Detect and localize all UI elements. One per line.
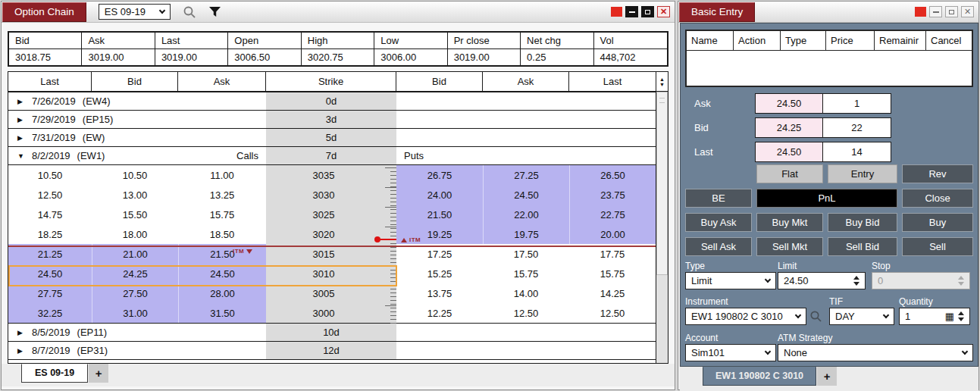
tif-select[interactable]: DAY — [829, 308, 894, 325]
buy-market-button[interactable]: Buy Mkt — [756, 213, 823, 232]
quantity-stepper[interactable]: 1 ▦ — [899, 308, 970, 325]
tab-ew1-190802-c-3010[interactable]: EW1 190802 C 3010 — [703, 367, 816, 386]
breakeven-button[interactable]: BE — [685, 189, 752, 208]
put-ask-cell[interactable]: 12.50 — [483, 303, 569, 323]
put-last-cell[interactable]: 26.50 — [569, 165, 656, 185]
expand-collapsed-icon[interactable]: ▶ — [17, 116, 25, 124]
expand-open-icon[interactable]: ▼ — [17, 152, 25, 160]
call-bid-cell[interactable]: 24.25 — [92, 264, 178, 283]
put-ask-cell[interactable]: 27.25 — [483, 165, 569, 185]
maximize-button[interactable] — [641, 6, 654, 17]
strike-cell[interactable]: 3030 — [266, 185, 381, 205]
put-bid-cell[interactable]: 12.25 — [396, 303, 483, 323]
limit-price-stepper[interactable]: 24.50 — [778, 272, 866, 289]
put-bid-cell[interactable]: 13.75 — [396, 283, 483, 303]
call-ask-cell[interactable]: 24.50 — [178, 264, 266, 283]
option-chain-titlebar[interactable]: Option Chain ES 09-19 ✕ — [2, 2, 675, 23]
order-type-select[interactable]: Limit — [685, 272, 776, 289]
bid-price-cell[interactable]: 24.25 — [755, 117, 823, 138]
put-last-cell[interactable]: 15.75 — [569, 264, 656, 283]
reverse-button[interactable]: Rev — [902, 164, 973, 183]
expiry-group-row[interactable]: ▶ 7/29/2019 (EP15) 3d — [8, 110, 656, 129]
buy-bid-button[interactable]: Buy Bid — [828, 213, 897, 232]
filter-icon[interactable] — [208, 6, 221, 17]
instrument-dropdown[interactable]: ES 09-19 — [99, 4, 171, 20]
call-last-cell[interactable]: 12.50 — [8, 185, 92, 205]
strike-cell[interactable]: 3005 — [266, 283, 381, 303]
sell-button[interactable]: Sell — [902, 237, 973, 256]
strike-cell[interactable]: 3035 — [266, 165, 381, 185]
put-last-cell[interactable]: 12.50 — [569, 303, 656, 323]
expand-collapsed-icon[interactable]: ▶ — [17, 347, 25, 355]
scrollbar-track[interactable] — [656, 275, 668, 363]
expand-collapsed-icon[interactable]: ▶ — [17, 329, 25, 336]
put-ask-cell[interactable]: 15.75 — [483, 264, 569, 283]
sell-market-button[interactable]: Sell Mkt — [756, 237, 823, 256]
ask-price-cell[interactable]: 24.50 — [755, 93, 823, 114]
expand-collapsed-icon[interactable]: ▶ — [17, 98, 25, 105]
atm-strategy-select[interactable]: None — [778, 344, 973, 361]
put-last-cell[interactable]: 20.00 — [569, 224, 656, 244]
scrollbar-thumb[interactable] — [656, 92, 668, 275]
strike-cell[interactable]: 3000 — [266, 303, 381, 323]
link-color-button[interactable] — [611, 7, 622, 17]
put-bid-cell[interactable]: 24.00 — [396, 185, 483, 205]
close-position-button[interactable]: Close — [902, 189, 973, 208]
scroll-up-icon[interactable]: ▲ — [659, 77, 665, 82]
strike-cell[interactable]: 3020 — [266, 224, 381, 244]
close-button[interactable]: ✕ — [657, 6, 670, 17]
calculator-icon[interactable]: ▦ — [945, 311, 954, 322]
call-ask-cell[interactable]: 11.00 — [178, 165, 266, 185]
basic-entry-titlebar[interactable]: Basic Entry ✕ — [678, 2, 978, 23]
expiry-group-row[interactable]: ▶ 7/31/2019 (EW) 5d — [8, 128, 656, 147]
add-tab-button[interactable]: + — [817, 367, 837, 386]
buy-ask-button[interactable]: Buy Ask — [685, 213, 752, 232]
call-ask-cell[interactable]: 15.75 — [178, 205, 266, 224]
call-last-cell[interactable]: 14.75 — [8, 205, 92, 224]
put-ask-cell[interactable]: 19.75 — [483, 224, 569, 244]
flat-button[interactable]: Flat — [756, 164, 823, 183]
call-last-cell[interactable]: 27.75 — [8, 283, 92, 303]
call-bid-cell[interactable]: 15.50 — [92, 205, 178, 224]
buy-button[interactable]: Buy — [902, 213, 973, 232]
put-bid-cell[interactable]: 26.75 — [396, 165, 483, 185]
put-ask-cell[interactable]: 22.00 — [483, 205, 569, 224]
sell-bid-button[interactable]: Sell Bid — [828, 237, 897, 256]
call-last-cell[interactable]: 10.50 — [8, 165, 92, 185]
link-color-button[interactable] — [915, 7, 926, 17]
call-ask-cell[interactable]: 28.00 — [178, 283, 266, 303]
instrument-search-icon[interactable] — [183, 5, 196, 19]
call-ask-cell[interactable]: 18.50 — [178, 224, 266, 244]
account-select[interactable]: Sim101 — [685, 344, 776, 361]
expiry-group-row[interactable]: ▶ 8/7/2019 (EP31) 12d — [8, 341, 656, 360]
put-last-cell[interactable]: 23.75 — [569, 185, 656, 205]
put-last-cell[interactable]: 22.75 — [569, 205, 656, 224]
entry-button[interactable]: Entry — [828, 164, 897, 183]
call-bid-cell[interactable]: 31.00 — [92, 303, 178, 323]
chain-scrollbar[interactable]: ▲ ▼ — [656, 72, 668, 363]
sell-ask-button[interactable]: Sell Ask — [685, 237, 752, 256]
call-bid-cell[interactable]: 27.50 — [92, 283, 178, 303]
call-ask-cell[interactable]: 31.50 — [178, 303, 266, 323]
put-last-cell[interactable]: 14.25 — [569, 283, 656, 303]
expiry-group-row[interactable]: ▶ 7/26/2019 (EW4) 0d — [8, 92, 656, 111]
tab-es-09-19[interactable]: ES 09-19 — [21, 364, 88, 383]
instrument-select[interactable]: EW1 190802 C 3010 — [685, 308, 806, 325]
maximize-button[interactable] — [945, 6, 958, 17]
call-bid-cell[interactable]: 18.00 — [92, 224, 178, 244]
expiry-group-row[interactable]: ▶ 8/5/2019 (EP11) 10d — [8, 323, 656, 342]
put-ask-cell[interactable]: 14.00 — [483, 283, 569, 303]
instrument-search-icon[interactable] — [809, 310, 822, 325]
minimize-button[interactable] — [929, 6, 942, 17]
expiry-group-row-expanded[interactable]: ▼ 8/2/2019 (EW1) Calls 7d Puts — [8, 146, 656, 165]
put-bid-cell[interactable]: 21.50 — [396, 205, 483, 224]
put-ask-cell[interactable]: 24.50 — [483, 185, 569, 205]
add-tab-button[interactable]: + — [89, 364, 108, 383]
expand-collapsed-icon[interactable]: ▶ — [17, 134, 25, 142]
call-last-cell[interactable]: 18.25 — [8, 224, 92, 244]
call-last-cell[interactable]: 32.25 — [8, 303, 92, 323]
stepper-arrows-icon[interactable] — [958, 311, 964, 321]
scroll-down-icon[interactable]: ▼ — [659, 82, 665, 87]
strike-cell[interactable]: 3010 — [266, 264, 381, 283]
close-button[interactable]: ✕ — [961, 6, 974, 17]
